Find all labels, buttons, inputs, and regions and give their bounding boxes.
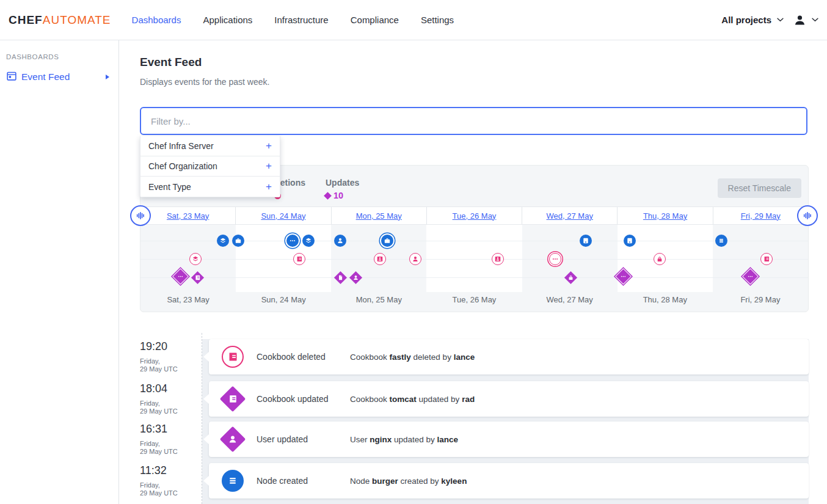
timeline-scale-right-handle[interactable] [797, 205, 818, 226]
projects-selector[interactable]: All projects [721, 15, 771, 25]
reset-timescale-button[interactable]: Reset Timescale [718, 178, 801, 198]
axis-label: Wed, 27 May [522, 295, 618, 304]
event-date: Friday,29 May UTC [140, 440, 201, 456]
axis-label: Sat, 23 May [140, 295, 236, 304]
filter-category-label: Chef Infra Server [148, 141, 214, 151]
axis-label: Sun, 24 May [236, 295, 331, 304]
list-icon [222, 470, 244, 492]
timeline-grid [140, 225, 808, 292]
deletion-marker-org[interactable] [374, 253, 386, 265]
creation-marker-node[interactable] [580, 235, 592, 247]
user-icon [220, 426, 246, 452]
event-type-label: Cookbook deleted [257, 352, 326, 362]
chevron-down-icon[interactable] [777, 18, 784, 22]
event-time-value: 18:04 [140, 382, 201, 395]
deletion-marker-layers[interactable] [189, 253, 202, 265]
event-date: Friday,29 May UTC [140, 481, 201, 497]
deletion-marker-org[interactable] [492, 253, 504, 265]
day-column [236, 225, 331, 292]
nav-item-infrastructure[interactable]: Infrastructure [274, 15, 328, 25]
day-link-mon-25-may[interactable]: Mon, 25 May [356, 211, 402, 221]
event-time-value: 11:32 [140, 464, 201, 477]
event-date: Friday,29 May UTC [140, 357, 201, 373]
event-entity: nginx [370, 435, 392, 444]
deletion-marker-book[interactable] [293, 253, 305, 265]
day-link-thu-28-may[interactable]: Thu, 28 May [643, 211, 687, 221]
filter-category-chef-organization[interactable]: Chef Organization+ [140, 156, 280, 177]
axis-label: Thu, 28 May [618, 295, 713, 304]
deletion-marker-lock[interactable] [654, 253, 666, 265]
main-nav: DashboardsApplicationsInfrastructureComp… [132, 15, 454, 25]
event-type-label: Cookbook updated [257, 394, 329, 404]
timeline-connector-line [202, 333, 202, 504]
creation-marker-briefcase[interactable] [232, 235, 244, 247]
event-card-user-updated: User updatedUser nginx updated by lance [209, 422, 809, 457]
filter-category-label: Event Type [148, 182, 191, 192]
creation-marker-node[interactable] [624, 235, 636, 247]
book-icon [222, 346, 244, 368]
card-arrow-left [203, 352, 209, 362]
logo-automate: AUTOMATE [43, 13, 111, 27]
event-time-value: 16:31 [140, 423, 201, 436]
day-header-cell: Fri, 29 May [713, 207, 808, 224]
day-link-tue-26-may[interactable]: Tue, 26 May [453, 211, 497, 221]
chevron-down-icon[interactable] [812, 18, 818, 22]
creation-marker-user[interactable] [334, 235, 346, 247]
day-link-sun-24-may[interactable]: Sun, 24 May [261, 211, 305, 221]
logo-chef: CHEF [9, 13, 43, 27]
event-actor: lance [454, 352, 475, 362]
card-arrow-left [203, 476, 209, 486]
page-subtitle: Displays events for the past week. [140, 77, 269, 87]
page-title: Event Feed [140, 56, 202, 69]
creation-marker-list[interactable] [715, 235, 727, 247]
deletion-marker-book[interactable] [760, 253, 773, 265]
day-link-wed-27-may[interactable]: Wed, 27 May [547, 211, 593, 221]
event-type-label: User updated [257, 434, 308, 444]
legend-updates-label: Updates [326, 178, 359, 188]
app-root: CHEFAUTOMATE DashboardsApplicationsInfra… [0, 0, 827, 504]
day-link-fri-29-may[interactable]: Fri, 29 May [741, 211, 781, 221]
event-description: Cookbook tomcat updated by rad [350, 395, 475, 404]
plus-icon[interactable]: + [266, 140, 272, 152]
nav-item-dashboards[interactable]: Dashboards [132, 15, 181, 25]
calendar-icon [7, 71, 16, 83]
day-header-cell: Tue, 26 May [426, 207, 522, 224]
card-arrow-left [203, 434, 209, 444]
event-description: Node burger created by kyleen [350, 477, 467, 486]
event-card-cookbook-deleted: Cookbook deletedCookbook fastly deleted … [209, 339, 809, 374]
sidebar-heading: DASHBOARDS [6, 53, 118, 60]
nav-item-compliance[interactable]: Compliance [351, 15, 399, 25]
day-header-cell: Thu, 28 May [617, 207, 712, 224]
event-time-value: 19:20 [140, 340, 201, 353]
updates-count-value: 10 [333, 191, 343, 200]
event-entity: burger [372, 477, 398, 486]
event-description: Cookbook fastly deleted by lance [350, 352, 475, 362]
plus-icon[interactable]: + [266, 160, 272, 172]
event-card-node-created: Node createdNode burger created by kylee… [209, 463, 809, 499]
sidebar-item-event-feed[interactable]: Event Feed [7, 71, 118, 83]
day-header-cell: Mon, 25 May [331, 207, 426, 224]
day-link-sat-23-may[interactable]: Sat, 23 May [167, 211, 209, 221]
filter-category-event-type[interactable]: Event Type+ [140, 177, 280, 197]
axis-label: Fri, 29 May [713, 295, 808, 304]
nav-item-settings[interactable]: Settings [421, 15, 454, 25]
filter-dropdown: Chef Infra Server+Chef Organization+Even… [140, 136, 280, 197]
nav-item-applications[interactable]: Applications [203, 15, 252, 25]
deletion-marker-ellipsis[interactable] [549, 253, 561, 265]
timeline-scale-left-handle[interactable] [130, 205, 151, 226]
deletion-marker-user[interactable] [409, 253, 421, 265]
event-entity: tomcat [390, 395, 417, 404]
user-avatar-icon[interactable] [793, 14, 806, 26]
event-card-cookbook-updated: Cookbook updatedCookbook tomcat updated … [209, 381, 809, 417]
event-actor: lance [437, 435, 459, 444]
filter-category-chef-infra-server[interactable]: Chef Infra Server+ [140, 136, 280, 156]
creation-marker-layers[interactable] [302, 235, 315, 247]
creation-marker-layers[interactable] [217, 235, 229, 247]
creation-marker-briefcase[interactable] [381, 235, 393, 247]
filter-input[interactable] [140, 107, 807, 135]
event-actor: kyleen [441, 477, 467, 486]
chef-automate-logo: CHEFAUTOMATE [9, 13, 111, 27]
plus-icon[interactable]: + [266, 181, 272, 193]
event-date: Friday,29 May UTC [140, 400, 201, 415]
creation-marker-ellipsis[interactable] [286, 235, 299, 247]
